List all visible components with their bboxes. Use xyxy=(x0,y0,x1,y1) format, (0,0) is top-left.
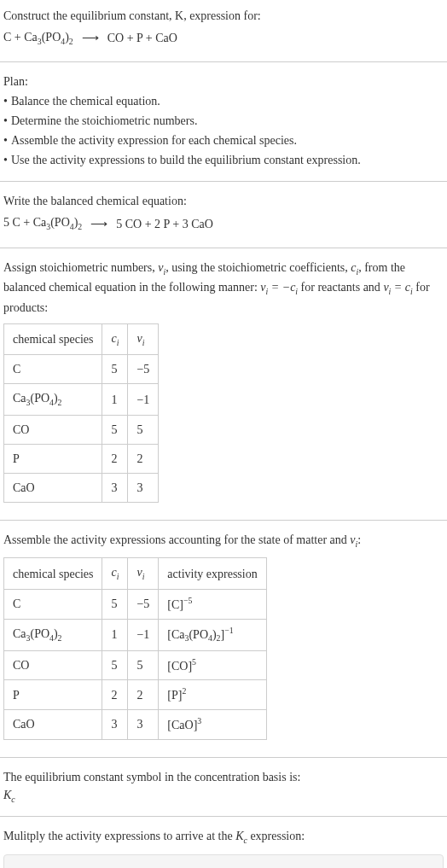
balanced-equation-right: 5 CO + 2 P + 3 CaO xyxy=(116,215,213,233)
table-row: CaO 3 3 xyxy=(4,473,159,502)
table-row: CO 5 5 [CO]5 xyxy=(4,650,267,680)
balanced-section: Write the balanced chemical equation: 5 … xyxy=(0,185,447,243)
plan-item: •Determine the stoichiometric numbers. xyxy=(3,112,444,130)
balanced-equation: 5 C + Ca3(PO4)2 ⟶ 5 CO + 2 P + 3 CaO xyxy=(3,213,444,233)
table-header: νi xyxy=(128,558,159,589)
assemble-text: Assemble the activity expressions accoun… xyxy=(3,531,444,551)
divider xyxy=(0,61,447,62)
divider xyxy=(0,181,447,182)
table-header: ci xyxy=(102,323,128,354)
divider xyxy=(0,816,447,817)
divider xyxy=(0,520,447,521)
plan-title: Plan: xyxy=(3,73,444,90)
header-line1: Construct the equilibrium constant, K, e… xyxy=(3,9,261,22)
plan-item: •Balance the chemical equation. xyxy=(3,92,444,110)
table-header-row: chemical species ci νi xyxy=(4,323,159,354)
table-row: C 5 −5 xyxy=(4,355,159,384)
plan-section: Plan: •Balance the chemical equation. •D… xyxy=(0,66,447,178)
divider xyxy=(0,248,447,248)
assign-text: Assign stoichiometric numbers, νi, using… xyxy=(3,259,444,317)
header-equation: C + Ca3(PO4)2 ⟶ CO + P + CaO xyxy=(3,28,444,48)
symbol-section: The equilibrium constant symbol in the c… xyxy=(0,761,447,813)
multiply-section: Mulitply the activity expressions to arr… xyxy=(0,820,447,868)
assign-section: Assign stoichiometric numbers, νi, using… xyxy=(0,252,447,516)
table-row: P 2 2 xyxy=(4,444,159,473)
answer-label: Answer: xyxy=(15,865,432,868)
plan-item: •Use the activity expressions to build t… xyxy=(3,151,444,169)
table-row: CO 5 5 xyxy=(4,415,159,444)
table-row: Ca3(PO4)2 1 −1 [Ca3(PO4)2]−1 xyxy=(4,619,267,650)
activity-table: chemical species ci νi activity expressi… xyxy=(3,557,267,739)
table-header: chemical species xyxy=(4,558,102,589)
arrow-icon: ⟶ xyxy=(90,215,107,233)
multiply-text: Mulitply the activity expressions to arr… xyxy=(3,827,444,847)
plan-item: •Assemble the activity expression for ea… xyxy=(3,131,444,149)
table-header: chemical species xyxy=(4,323,102,354)
table-header: νi xyxy=(128,323,159,354)
arrow-icon: ⟶ xyxy=(82,29,99,47)
table-row: CaO 3 3 [CaO]3 xyxy=(4,709,267,739)
header-section: Construct the equilibrium constant, K, e… xyxy=(0,0,447,58)
table-row: P 2 2 [P]2 xyxy=(4,680,267,710)
balanced-title: Write the balanced chemical equation: xyxy=(3,192,444,210)
assemble-section: Assemble the activity expressions accoun… xyxy=(0,524,447,754)
table-row: Ca3(PO4)2 1 −1 xyxy=(4,384,159,415)
table-header: activity expression xyxy=(159,558,266,589)
table-header: ci xyxy=(102,558,128,589)
table-header-row: chemical species ci νi activity expressi… xyxy=(4,558,267,589)
answer-box: Answer: Kc = [C]−5 [Ca3(PO4)2]−1 [CO]5 [… xyxy=(3,854,444,868)
header-equation-right: CO + P + CaO xyxy=(107,29,177,47)
divider xyxy=(0,757,447,758)
header-prompt: Construct the equilibrium constant, K, e… xyxy=(3,7,444,25)
kc-symbol: Kc xyxy=(3,786,444,806)
symbol-text: The equilibrium constant symbol in the c… xyxy=(3,768,444,786)
table-row: C 5 −5 [C]−5 xyxy=(4,589,267,619)
stoichiometric-table: chemical species ci νi C 5 −5 Ca3(PO4)2 … xyxy=(3,323,159,503)
